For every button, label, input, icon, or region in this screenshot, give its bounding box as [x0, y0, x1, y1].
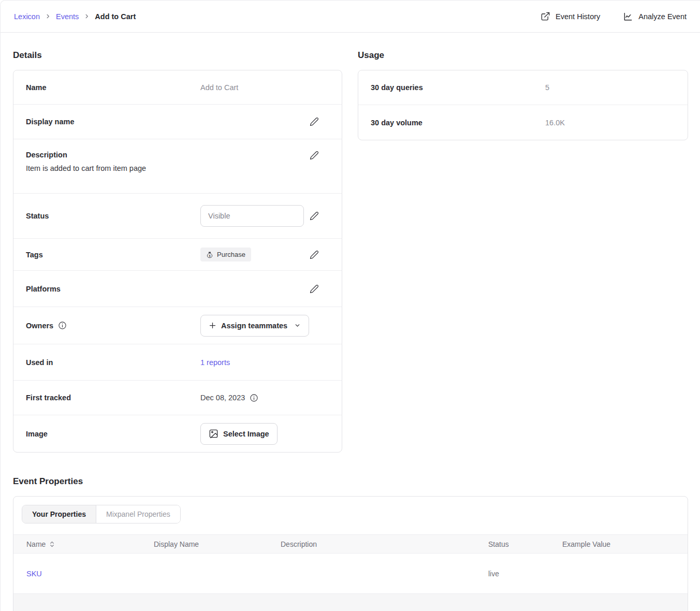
detail-row-name: Name Add to Cart: [13, 70, 342, 105]
description-text: Item is added to cart from item page: [26, 164, 274, 172]
chevron-right-icon: [84, 13, 90, 19]
queries-value: 5: [545, 83, 549, 92]
info-icon: [250, 394, 258, 402]
column-header-display-name: Display Name: [154, 540, 281, 548]
volume-value: 16.0K: [545, 119, 565, 127]
display-name-label: Display name: [26, 118, 200, 126]
event-history-label: Event History: [556, 12, 600, 21]
details-title: Details: [13, 50, 342, 61]
pencil-icon: [310, 284, 319, 294]
detail-row-platforms: Platforms: [13, 271, 342, 307]
detail-row-owners: Owners Assign teammates: [13, 307, 342, 344]
detail-row-image: Image Select Image: [13, 415, 342, 452]
image-label: Image: [26, 430, 200, 438]
property-name-link[interactable]: SKU: [26, 570, 42, 578]
tab-your-properties[interactable]: Your Properties: [22, 505, 96, 523]
details-card: Name Add to Cart Display name Descriptio…: [13, 70, 342, 453]
assign-teammates-label: Assign teammates: [221, 322, 287, 330]
breadcrumb-lexicon[interactable]: Lexicon: [14, 12, 40, 21]
column-header-name[interactable]: Name: [26, 540, 154, 548]
property-row-scroll[interactable]: Scroll % live: [13, 594, 688, 611]
breadcrumb-current-event: Add to Cart: [95, 12, 136, 21]
name-value: Add to Cart: [200, 83, 238, 92]
usage-title: Usage: [358, 50, 688, 61]
column-header-description: Description: [281, 540, 488, 548]
sort-icon: [49, 541, 55, 548]
pencil-icon: [310, 250, 319, 259]
event-history-button[interactable]: Event History: [541, 11, 600, 21]
detail-row-tags: Tags $ Purchase: [13, 239, 342, 271]
usage-row-volume: 30 day volume 16.0K: [358, 105, 688, 140]
usage-card: 30 day queries 5 30 day volume 16.0K: [358, 70, 688, 140]
event-properties-section: Event Properties Your Properties Mixpane…: [13, 474, 688, 611]
used-in-reports-link[interactable]: 1 reports: [200, 358, 230, 367]
properties-table-header: Name Display Name Description Status Exa…: [13, 534, 688, 554]
event-properties-title: Event Properties: [13, 476, 688, 487]
usage-section: Usage 30 day queries 5 30 day volume 16.…: [358, 48, 688, 140]
header-actions: Event History Analyze Event: [541, 11, 687, 22]
detail-row-used-in: Used in 1 reports: [13, 344, 342, 381]
owners-info-button[interactable]: [58, 321, 67, 330]
status-input[interactable]: [200, 205, 304, 227]
properties-tabs: Your Properties Mixpanel Properties: [22, 505, 181, 523]
name-column-label: Name: [26, 540, 46, 548]
property-status: live: [488, 570, 562, 578]
used-in-label: Used in: [26, 358, 200, 367]
select-image-label: Select Image: [223, 430, 269, 438]
owners-label: Owners: [26, 321, 200, 330]
volume-label: 30 day volume: [371, 119, 545, 127]
description-stack: Description Item is added to cart from i…: [26, 151, 274, 172]
breadcrumb: Lexicon Events Add to Cart: [14, 12, 136, 21]
chevron-right-icon: [45, 13, 51, 19]
external-link-icon: [541, 11, 550, 21]
money-bag-icon: $: [206, 251, 213, 258]
details-section: Details Name Add to Cart Display name: [13, 48, 342, 453]
column-header-status: Status: [488, 540, 562, 548]
info-icon: [58, 321, 67, 330]
detail-row-description: Description Item is added to cart from i…: [13, 139, 342, 194]
breadcrumb-events[interactable]: Events: [56, 12, 79, 21]
pencil-icon: [310, 117, 319, 126]
edit-description-button[interactable]: [310, 151, 319, 160]
page-header: Lexicon Events Add to Cart Event History: [1, 1, 700, 33]
analyze-event-button[interactable]: Analyze Event: [623, 11, 687, 22]
status-label: Status: [26, 212, 200, 220]
plus-icon: [209, 322, 216, 329]
queries-label: 30 day queries: [371, 83, 545, 92]
tags-label: Tags: [26, 251, 200, 259]
tag-chip-purchase: $ Purchase: [200, 248, 251, 261]
description-label: Description: [26, 151, 200, 159]
first-tracked-label: First tracked: [26, 394, 200, 402]
edit-platforms-button[interactable]: [310, 284, 319, 294]
pencil-icon: [310, 211, 319, 221]
first-tracked-value: Dec 08, 2023: [200, 394, 258, 402]
main-content: Details Name Add to Cart Display name: [1, 33, 700, 611]
edit-status-button[interactable]: [310, 211, 319, 221]
lexicon-event-page: Lexicon Events Add to Cart Event History: [0, 0, 700, 611]
detail-row-status: Status: [13, 194, 342, 239]
name-label: Name: [26, 83, 200, 92]
svg-text:$: $: [209, 254, 210, 257]
edit-display-name-button[interactable]: [310, 117, 319, 126]
tab-mixpanel-properties[interactable]: Mixpanel Properties: [96, 505, 180, 523]
line-chart-icon: [623, 11, 633, 22]
property-row-sku[interactable]: SKU live: [13, 554, 688, 594]
first-tracked-date: Dec 08, 2023: [200, 394, 245, 402]
column-header-example-value: Example Value: [562, 540, 688, 548]
detail-row-display-name: Display name: [13, 105, 342, 139]
image-icon: [209, 429, 218, 439]
tag-label: Purchase: [217, 251, 245, 258]
detail-row-first-tracked: First tracked Dec 08, 2023: [13, 381, 342, 415]
pencil-icon: [310, 151, 319, 160]
platforms-label: Platforms: [26, 285, 200, 293]
owners-label-text: Owners: [26, 322, 53, 330]
chevron-down-icon: [294, 322, 301, 329]
event-properties-card: Your Properties Mixpanel Properties Name…: [13, 496, 688, 611]
usage-row-queries: 30 day queries 5: [358, 70, 688, 105]
edit-tags-button[interactable]: [310, 250, 319, 259]
analyze-event-label: Analyze Event: [638, 12, 687, 21]
select-image-button[interactable]: Select Image: [200, 423, 278, 445]
assign-teammates-button[interactable]: Assign teammates: [200, 315, 309, 337]
first-tracked-info-button[interactable]: [250, 394, 258, 402]
